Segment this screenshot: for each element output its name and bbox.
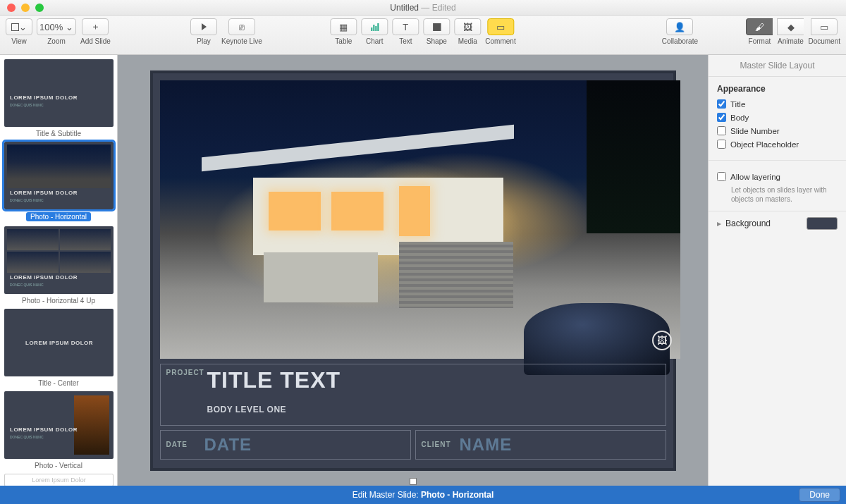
- date-placeholder[interactable]: DATE: [204, 435, 252, 455]
- object-placeholder-checkbox[interactable]: Object Placeholder: [717, 140, 838, 149]
- text-button[interactable]: TText: [392, 18, 419, 45]
- resize-handle-icon[interactable]: [410, 478, 417, 485]
- name-placeholder[interactable]: NAME: [460, 435, 513, 455]
- toolbar: ⌄View 100% ⌄Zoom ＋Add Slide Play ⎚Keynot…: [0, 16, 846, 55]
- workspace: LOREM IPSUM DOLORDONEC QUIS NUNCTitle & …: [0, 55, 846, 486]
- comment-button[interactable]: ▭Comment: [485, 18, 515, 45]
- media-button[interactable]: 🖼Media: [454, 18, 481, 45]
- format-tab[interactable]: 🖌Format: [746, 18, 773, 45]
- canvas[interactable]: 🖼 PROJECT TITLE TEXT BODY LEVEL ONE DATE…: [118, 55, 708, 486]
- table-button[interactable]: ▦Table: [330, 18, 357, 45]
- layering-hint: Let objects on slides layer with objects…: [731, 185, 838, 204]
- thumb-photo-horizontal[interactable]: LOREM IPSUM DOLORDONEC QUIS NUNCPhoto - …: [4, 142, 113, 222]
- collaborate-button[interactable]: 👤Collaborate: [662, 18, 698, 45]
- info-block: PROJECT TITLE TEXT BODY LEVEL ONE DATEDA…: [160, 364, 666, 461]
- view-button[interactable]: ⌄View: [6, 18, 32, 45]
- inspector-panel: Master Slide Layout Appearance Title Bod…: [708, 55, 846, 486]
- shape-button[interactable]: Shape: [423, 18, 450, 45]
- keynote-live-button[interactable]: ⎚Keynote Live: [221, 18, 262, 45]
- window-title: Untitled — Edited: [0, 3, 846, 13]
- client-label: CLIENT: [416, 441, 460, 448]
- replace-image-icon[interactable]: 🖼: [652, 331, 672, 350]
- title-checkbox[interactable]: Title: [717, 99, 838, 109]
- edit-master-bar: Edit Master Slide: Photo - Horizontal Do…: [0, 486, 846, 504]
- slide-number-checkbox[interactable]: Slide Number: [717, 126, 838, 135]
- background-swatch[interactable]: [807, 217, 838, 230]
- add-slide-button[interactable]: ＋Add Slide: [80, 18, 111, 45]
- inspector-title: Master Slide Layout: [709, 55, 846, 77]
- thumb-title-center[interactable]: LOREM IPSUM DOLORTitle - Center: [4, 309, 113, 387]
- slide-navigator[interactable]: LOREM IPSUM DOLORDONEC QUIS NUNCTitle & …: [0, 55, 118, 486]
- footer-label: Edit Master Slide: Photo - Horizontal: [352, 490, 494, 500]
- thumb-photo-vertical[interactable]: LOREM IPSUM DOLORDONEC QUIS NUNCPhoto - …: [4, 391, 113, 469]
- image-placeholder[interactable]: 🖼: [160, 80, 680, 359]
- background-row[interactable]: ▸Background: [709, 211, 846, 235]
- disclosure-icon[interactable]: ▸: [717, 219, 721, 228]
- titlebar: Untitled — Edited: [0, 0, 846, 16]
- master-slide[interactable]: 🖼 PROJECT TITLE TEXT BODY LEVEL ONE DATE…: [153, 73, 673, 468]
- done-button[interactable]: Done: [799, 488, 840, 502]
- date-label: DATE: [161, 441, 204, 448]
- doc-title: Untitled: [390, 3, 419, 13]
- thumb-photo-horizontal-4up[interactable]: LOREM IPSUM DOLORDONEC QUIS NUNCPhoto - …: [4, 226, 113, 305]
- thumb-title-subtitle[interactable]: LOREM IPSUM DOLORDONEC QUIS NUNCTitle & …: [4, 59, 113, 137]
- appearance-heading: Appearance: [717, 84, 838, 94]
- allow-layering-checkbox[interactable]: Allow layering: [717, 172, 838, 181]
- project-label: PROJECT: [161, 364, 207, 425]
- play-button[interactable]: Play: [190, 18, 217, 45]
- doc-status: — Edited: [421, 3, 455, 13]
- chart-button[interactable]: Chart: [361, 18, 388, 45]
- title-placeholder[interactable]: TITLE TEXT: [207, 367, 666, 393]
- document-tab[interactable]: ▭Document: [808, 18, 840, 45]
- zoom-button[interactable]: 100% ⌄Zoom: [37, 18, 76, 45]
- body-checkbox[interactable]: Body: [717, 113, 838, 122]
- body-placeholder[interactable]: BODY LEVEL ONE: [207, 405, 666, 414]
- animate-tab[interactable]: ◆Animate: [777, 18, 804, 45]
- thumb-partial[interactable]: Lorem Ipsum Dolor: [4, 474, 113, 486]
